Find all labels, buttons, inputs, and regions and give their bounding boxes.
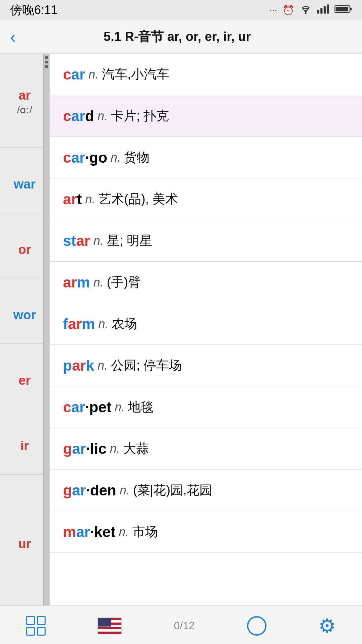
word-text-arm: arm: [63, 274, 90, 291]
gear-icon: ⚙: [318, 614, 336, 637]
circle-icon: [247, 616, 266, 636]
sidebar-label-ur: ur: [18, 527, 31, 552]
word-pos-carpet: n.: [115, 400, 125, 414]
svg-rect-1: [317, 10, 319, 13]
sidebar-phonetic-ar: /ɑː/: [17, 104, 33, 122]
word-list: car n. 汽车,小汽车 card n. 卡片; 扑克 car·go n. 货…: [50, 54, 362, 605]
sidebar-item-ur[interactable]: ur: [0, 475, 49, 605]
svg-rect-4: [327, 4, 329, 13]
word-pos-star: n.: [94, 234, 104, 248]
tab-settings[interactable]: ⚙: [318, 614, 336, 637]
page-title: 5.1 R-音节 ar, or, er, ir, ur: [22, 28, 332, 45]
sidebar-item-war[interactable]: war: [0, 148, 49, 213]
alarm-icon: ⏰: [283, 5, 294, 16]
scroll-line: [45, 65, 48, 68]
battery-icon: [335, 4, 352, 16]
status-bar: 傍晚6:11 ··· ⏰: [0, 0, 362, 20]
tab-progress: 0/12: [174, 620, 195, 632]
scroll-indicator: [43, 54, 49, 605]
flag-canton: [98, 618, 111, 627]
status-time: 傍晚6:11: [10, 2, 58, 18]
us-flag-icon: [98, 618, 122, 634]
svg-rect-7: [336, 7, 348, 11]
sidebar-item-ar[interactable]: ar /ɑː/: [0, 54, 49, 148]
signal-icon: [317, 4, 329, 16]
word-pos-farm: n.: [98, 317, 108, 331]
sidebar-item-ir[interactable]: ir: [0, 409, 49, 475]
word-meaning-art: 艺术(品), 美术: [99, 191, 178, 208]
word-meaning-carpet: 地毯: [128, 398, 154, 416]
sidebar-label-wor: wor: [13, 299, 36, 324]
word-meaning-farm: 农场: [112, 315, 137, 332]
tab-bar: 0/12 ⚙: [0, 605, 362, 644]
word-text-cargo: car·go: [63, 149, 107, 166]
word-text-market: mar·ket: [63, 524, 116, 540]
word-text-star: star: [63, 232, 90, 249]
word-text-art: art: [63, 191, 82, 208]
word-pos-market: n.: [119, 525, 129, 539]
nav-bar: ‹ 5.1 R-音节 ar, or, er, ir, ur: [0, 20, 362, 54]
word-row[interactable]: mar·ket n. 市场: [50, 511, 362, 553]
svg-point-0: [305, 12, 307, 14]
word-row[interactable]: gar·lic n. 大蒜: [50, 428, 362, 470]
sidebar-label-war: war: [14, 168, 36, 193]
word-pos-garlic: n.: [110, 442, 120, 456]
word-text-farm: farm: [63, 316, 95, 332]
word-pos-cargo: n.: [111, 151, 121, 165]
tab-flag[interactable]: [98, 618, 122, 634]
word-meaning-garden: (菜|花)园,花园: [133, 482, 212, 499]
sidebar-item-er[interactable]: er: [0, 344, 49, 409]
grid-icon: [26, 616, 46, 636]
word-pos-car: n.: [88, 67, 99, 82]
sidebar-item-wor[interactable]: wor: [0, 278, 49, 344]
word-row[interactable]: car n. 汽车,小汽车: [50, 54, 362, 95]
scroll-line: [45, 56, 48, 59]
sidebar-label-er: er: [19, 364, 31, 389]
sidebar-label-or: or: [18, 233, 31, 258]
word-meaning-star: 星; 明星: [107, 232, 152, 249]
tab-grid[interactable]: [26, 616, 46, 636]
word-text-garden: gar·den: [63, 482, 116, 499]
word-row[interactable]: park n. 公园; 停车场: [50, 345, 362, 386]
main-content: ar /ɑː/ war or wor er ir ur: [0, 54, 362, 605]
word-pos-arm: n.: [94, 275, 104, 289]
back-button[interactable]: ‹: [10, 28, 16, 46]
word-row[interactable]: star n. 星; 明星: [50, 220, 362, 262]
sidebar-item-or[interactable]: or: [0, 213, 49, 278]
svg-rect-6: [350, 8, 352, 10]
word-meaning-garlic: 大蒜: [123, 440, 149, 457]
word-row[interactable]: card n. 卡片; 扑克: [50, 95, 362, 137]
word-text-car: car: [63, 66, 85, 83]
word-meaning-park: 公园; 停车场: [111, 357, 182, 374]
ellipsis-icon: ···: [269, 5, 277, 15]
wifi-icon: [300, 4, 312, 16]
word-pos-art: n.: [85, 192, 95, 206]
word-text-carpet: car·pet: [63, 399, 111, 416]
word-text-park: park: [63, 357, 94, 374]
word-meaning-market: 市场: [132, 523, 158, 540]
word-pos-garden: n.: [120, 483, 130, 497]
svg-rect-2: [320, 8, 322, 13]
status-icons: ··· ⏰: [269, 4, 352, 16]
tab-circle[interactable]: [247, 616, 266, 636]
word-row[interactable]: farm n. 农场: [50, 303, 362, 345]
svg-rect-3: [324, 6, 326, 13]
sidebar: ar /ɑː/ war or wor er ir ur: [0, 54, 50, 605]
word-row[interactable]: car·pet n. 地毯: [50, 386, 362, 428]
scroll-line: [45, 61, 48, 63]
word-meaning-cargo: 货物: [124, 149, 149, 166]
word-pos-park: n.: [98, 359, 108, 373]
word-meaning-card: 卡片; 扑克: [111, 107, 169, 124]
progress-text: 0/12: [174, 620, 195, 632]
word-pos-card: n.: [98, 109, 108, 123]
word-text-card: card: [63, 108, 94, 124]
word-row[interactable]: car·go n. 货物: [50, 137, 362, 178]
word-meaning-arm: (手)臂: [107, 274, 141, 291]
word-row[interactable]: art n. 艺术(品), 美术: [50, 178, 362, 220]
word-row[interactable]: gar·den n. (菜|花)园,花园: [50, 470, 362, 511]
sidebar-label-ar: ar: [19, 79, 31, 104]
sidebar-label-ir: ir: [20, 429, 29, 454]
word-row[interactable]: arm n. (手)臂: [50, 262, 362, 303]
word-text-garlic: gar·lic: [63, 440, 107, 457]
word-meaning-car: 汽车,小汽车: [102, 66, 169, 83]
